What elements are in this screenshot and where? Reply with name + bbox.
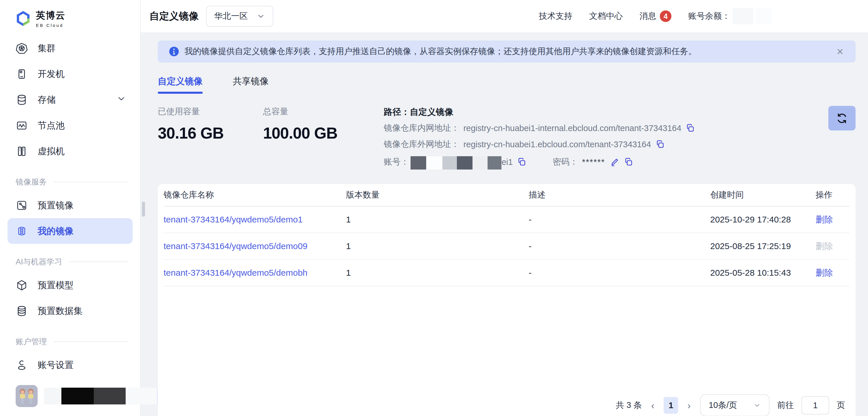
close-icon[interactable]: × [836,46,844,57]
messages-link[interactable]: 消息 4 [640,10,672,22]
sidebar-section-image-services: 镜像服务 [16,177,129,187]
support-link[interactable]: 技术支持 [539,10,572,22]
description: - [529,268,710,278]
stat-value: 30.16 GB [158,124,223,142]
sidebar-item-preset-models[interactable]: 预置模型 [7,272,133,298]
sidebar-scrollbar[interactable] [142,202,145,217]
virtual-machine-icon [16,145,28,158]
refresh-button[interactable] [828,106,856,131]
redacted-balance [756,8,772,24]
refresh-icon [836,112,848,125]
docs-link[interactable]: 文档中心 [589,10,623,22]
sidebar-item-label: 存储 [38,94,56,106]
password-masked-value: ****** [582,158,605,167]
overview-row: 已使用容量 30.16 GB 总容量 100.00 GB 路径： 自定义镜像 镜… [158,106,856,174]
copy-icon[interactable] [685,123,695,133]
table-header: 镜像仓库名称 版本数量 描述 创建时间 操作 [163,184,850,207]
stat-used-capacity: 已使用容量 30.16 GB [158,106,223,142]
copy-icon[interactable] [655,139,665,149]
sidebar: 英博云 EB Cloud 集群 开发机 存储 [0,0,141,416]
description: - [529,241,710,251]
sidebar-item-account-settings[interactable]: 账号设置 [7,352,133,378]
sidebar-item-preset-images[interactable]: 预置镜像 [7,193,133,218]
account-balance: 账号余额： [688,8,772,24]
repo-name-link[interactable]: tenant-37343164/yqwdemo5/demo09 [163,241,346,251]
repo-name-link[interactable]: tenant-37343164/yqwdemo5/demobh [163,268,346,278]
edit-pencil-icon[interactable] [610,157,620,167]
version-count: 1 [346,241,529,251]
goto-page-input[interactable]: 1 [801,396,829,415]
sidebar-item-nodepool[interactable]: 节点池 [7,112,133,138]
created-time: 2025-05-28 10:15:43 [710,268,815,278]
sidebar-item-my-images[interactable]: 我的镜像 [7,218,133,244]
account-settings-icon [16,359,28,371]
page-size-value: 10条/页 [709,400,737,411]
redacted-balance [733,8,753,24]
dev-machine-icon [16,68,28,80]
sidebar-section-ai-ml: AI与机器学习 [16,256,129,267]
created-time: 2025-10-29 17:40:28 [710,215,815,224]
sidebar-section-account: 账户管理 [16,337,129,347]
current-page-button[interactable]: 1 [663,397,678,414]
column-header-actions: 操作 [815,189,850,201]
prev-page-icon[interactable]: ‹ [649,400,656,411]
section-divider [54,182,129,182]
pagination: 共 3 条 ‹ 1 › 10条/页 前往 1 页 [616,394,845,416]
brand-logo[interactable]: 英博云 EB Cloud [0,7,140,35]
content: 我的镜像提供自定义镜像仓库列表，支持用户推送自己的镜像，从容器实例保存镜像；还支… [141,32,868,416]
sidebar-item-cluster[interactable]: 集群 [7,35,133,61]
info-banner: 我的镜像提供自定义镜像仓库列表，支持用户推送自己的镜像，从容器实例保存镜像；还支… [158,40,856,63]
brand-name: 英博云 [36,9,65,22]
sidebar-item-label: 预置数据集 [38,305,83,317]
messages-label: 消息 [640,10,656,22]
region-selector[interactable]: 华北一区 [206,6,273,27]
internal-address-label: 镜像仓库内网地址： [383,123,459,134]
tab-shared-images[interactable]: 共享镜像 [233,75,269,94]
delete-button[interactable]: 删除 [815,214,850,226]
sidebar-item-label: 虚拟机 [38,145,65,158]
delete-button[interactable]: 删除 [815,267,850,279]
main-area: 自定义镜像 华北一区 技术支持 文档中心 消息 4 账号余额： [141,0,868,416]
sidebar-item-vm[interactable]: 虚拟机 [7,138,133,164]
brand-logo-icon [16,10,31,27]
sidebar-item-preset-datasets[interactable]: 预置数据集 [7,298,133,324]
chevron-down-icon [753,402,761,409]
next-page-icon[interactable]: › [686,400,692,411]
page-size-select[interactable]: 10条/页 [700,394,770,416]
sidebar-item-label: 开发机 [38,68,65,80]
topbar: 自定义镜像 华北一区 技术支持 文档中心 消息 4 账号余额： [141,0,868,32]
password-label: 密码： [553,156,578,168]
version-count: 1 [346,268,529,278]
sidebar-item-label: 预置镜像 [38,199,73,211]
path-value: 自定义镜像 [410,106,453,118]
preset-image-icon [16,199,28,211]
tab-custom-images[interactable]: 自定义镜像 [158,75,203,94]
column-header-description: 描述 [529,189,710,201]
copy-icon[interactable] [517,157,527,167]
chevron-down-icon [256,12,265,21]
registry-info: 路径： 自定义镜像 镜像仓库内网地址： registry-cn-huabei1-… [383,106,695,174]
brand-subtitle: EB Cloud [36,23,65,28]
balance-label: 账号余额： [688,10,730,22]
section-label: AI与机器学习 [16,256,62,267]
column-header-versions: 版本数量 [346,189,529,201]
chevron-down-icon[interactable] [116,94,126,106]
storage-icon [16,94,28,106]
user-profile[interactable] [16,384,130,409]
my-images-icon [16,225,28,237]
delete-button-disabled: 删除 [815,240,850,252]
sidebar-item-storage[interactable]: 存储 [7,87,133,112]
redacted-account-text [410,154,501,170]
external-address-value: registry-cn-huabei1.ebcloud.com/tenant-3… [463,140,651,149]
copy-icon[interactable] [624,157,633,167]
description: - [529,215,710,224]
tabs: 自定义镜像 共享镜像 [158,75,856,94]
info-icon [169,46,179,57]
account-visible-suffix: ei1 [501,158,513,167]
section-label: 账户管理 [16,337,47,347]
repo-name-link[interactable]: tenant-37343164/yqwdemo5/demo1 [163,215,346,224]
sidebar-item-devmachine[interactable]: 开发机 [7,61,133,87]
image-table: 镜像仓库名称 版本数量 描述 创建时间 操作 tenant-37343164/y… [158,184,856,416]
section-label: 镜像服务 [16,177,47,187]
redacted-username [44,388,157,405]
